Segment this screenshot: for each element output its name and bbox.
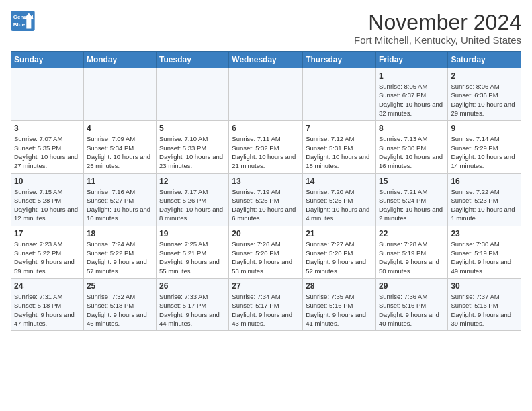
calendar-cell: 21Sunrise: 7:27 AMSunset: 5:20 PMDayligh… bbox=[303, 226, 376, 278]
calendar-cell: 3Sunrise: 7:07 AMSunset: 5:35 PMDaylight… bbox=[11, 121, 84, 173]
day-info: Sunrise: 7:11 AMSunset: 5:32 PMDaylight:… bbox=[232, 134, 300, 170]
logo: General Blue bbox=[11, 11, 35, 31]
calendar-cell: 23Sunrise: 7:30 AMSunset: 5:19 PMDayligh… bbox=[448, 226, 521, 278]
day-info: Sunrise: 7:16 AMSunset: 5:27 PMDaylight:… bbox=[87, 187, 153, 223]
day-number: 14 bbox=[306, 177, 373, 186]
day-info: Sunrise: 7:20 AMSunset: 5:25 PMDaylight:… bbox=[306, 187, 373, 223]
day-info: Sunrise: 7:17 AMSunset: 5:26 PMDaylight:… bbox=[159, 187, 226, 223]
day-number: 8 bbox=[379, 124, 445, 133]
calendar-cell bbox=[11, 68, 84, 121]
calendar-week-3: 17Sunrise: 7:23 AMSunset: 5:22 PMDayligh… bbox=[11, 226, 521, 278]
calendar-week-1: 3Sunrise: 7:07 AMSunset: 5:35 PMDaylight… bbox=[11, 121, 521, 173]
calendar-cell: 17Sunrise: 7:23 AMSunset: 5:22 PMDayligh… bbox=[11, 226, 84, 278]
day-number: 16 bbox=[451, 177, 518, 186]
calendar-week-4: 24Sunrise: 7:31 AMSunset: 5:18 PMDayligh… bbox=[11, 278, 521, 330]
day-number: 13 bbox=[232, 177, 300, 186]
day-number: 26 bbox=[159, 281, 226, 291]
day-number: 21 bbox=[306, 229, 373, 238]
calendar-cell: 8Sunrise: 7:13 AMSunset: 5:30 PMDaylight… bbox=[375, 121, 447, 173]
day-number: 22 bbox=[379, 229, 445, 238]
calendar-cell: 12Sunrise: 7:17 AMSunset: 5:26 PMDayligh… bbox=[157, 173, 229, 226]
day-number: 15 bbox=[379, 177, 445, 186]
col-monday: Monday bbox=[83, 52, 156, 68]
day-info: Sunrise: 7:27 AMSunset: 5:20 PMDaylight:… bbox=[306, 240, 373, 275]
page: General Blue November 2024 Fort Mitchell… bbox=[0, 0, 532, 336]
day-info: Sunrise: 7:31 AMSunset: 5:18 PMDaylight:… bbox=[14, 292, 81, 328]
day-number: 10 bbox=[14, 177, 81, 186]
day-number: 3 bbox=[14, 124, 81, 133]
calendar-week-2: 10Sunrise: 7:15 AMSunset: 5:28 PMDayligh… bbox=[11, 173, 521, 226]
day-number: 2 bbox=[451, 71, 518, 81]
calendar-header-row: Sunday Monday Tuesday Wednesday Thursday… bbox=[11, 52, 521, 68]
calendar: Sunday Monday Tuesday Wednesday Thursday… bbox=[11, 51, 521, 331]
calendar-cell: 22Sunrise: 7:28 AMSunset: 5:19 PMDayligh… bbox=[375, 226, 447, 278]
col-tuesday: Tuesday bbox=[157, 52, 229, 68]
calendar-cell bbox=[303, 68, 376, 121]
day-number: 12 bbox=[159, 177, 226, 186]
day-number: 17 bbox=[14, 229, 81, 238]
day-info: Sunrise: 7:32 AMSunset: 5:18 PMDaylight:… bbox=[87, 292, 153, 328]
day-info: Sunrise: 7:26 AMSunset: 5:20 PMDaylight:… bbox=[232, 240, 300, 275]
calendar-cell: 5Sunrise: 7:10 AMSunset: 5:33 PMDaylight… bbox=[157, 121, 229, 173]
calendar-cell: 1Sunrise: 8:05 AMSunset: 6:37 PMDaylight… bbox=[375, 68, 447, 121]
calendar-cell: 25Sunrise: 7:32 AMSunset: 5:18 PMDayligh… bbox=[83, 278, 156, 330]
day-info: Sunrise: 7:12 AMSunset: 5:31 PMDaylight:… bbox=[306, 134, 373, 170]
day-info: Sunrise: 8:06 AMSunset: 6:36 PMDaylight:… bbox=[451, 82, 518, 118]
location-title: Fort Mitchell, Kentucky, United States bbox=[354, 34, 521, 46]
day-info: Sunrise: 7:09 AMSunset: 5:34 PMDaylight:… bbox=[87, 134, 153, 170]
calendar-cell: 26Sunrise: 7:33 AMSunset: 5:17 PMDayligh… bbox=[157, 278, 229, 330]
day-number: 25 bbox=[87, 281, 153, 291]
day-number: 5 bbox=[159, 124, 226, 133]
calendar-cell: 28Sunrise: 7:35 AMSunset: 5:16 PMDayligh… bbox=[303, 278, 376, 330]
month-title: November 2024 bbox=[354, 11, 521, 34]
calendar-week-0: 1Sunrise: 8:05 AMSunset: 6:37 PMDaylight… bbox=[11, 68, 521, 121]
day-number: 4 bbox=[87, 124, 153, 133]
calendar-cell: 18Sunrise: 7:24 AMSunset: 5:22 PMDayligh… bbox=[83, 226, 156, 278]
day-info: Sunrise: 7:23 AMSunset: 5:22 PMDaylight:… bbox=[14, 240, 81, 275]
calendar-cell: 7Sunrise: 7:12 AMSunset: 5:31 PMDaylight… bbox=[303, 121, 376, 173]
calendar-cell: 6Sunrise: 7:11 AMSunset: 5:32 PMDaylight… bbox=[229, 121, 303, 173]
calendar-cell: 4Sunrise: 7:09 AMSunset: 5:34 PMDaylight… bbox=[83, 121, 156, 173]
calendar-cell: 2Sunrise: 8:06 AMSunset: 6:36 PMDaylight… bbox=[448, 68, 521, 121]
day-number: 18 bbox=[87, 229, 153, 238]
col-thursday: Thursday bbox=[303, 52, 376, 68]
col-wednesday: Wednesday bbox=[229, 52, 303, 68]
day-number: 23 bbox=[451, 229, 518, 238]
day-number: 7 bbox=[306, 124, 373, 133]
day-info: Sunrise: 7:10 AMSunset: 5:33 PMDaylight:… bbox=[159, 134, 226, 170]
col-friday: Friday bbox=[375, 52, 447, 68]
day-number: 29 bbox=[379, 281, 445, 291]
day-info: Sunrise: 7:25 AMSunset: 5:21 PMDaylight:… bbox=[159, 240, 226, 275]
day-info: Sunrise: 7:37 AMSunset: 5:16 PMDaylight:… bbox=[451, 292, 518, 328]
calendar-cell: 30Sunrise: 7:37 AMSunset: 5:16 PMDayligh… bbox=[448, 278, 521, 330]
day-number: 20 bbox=[232, 229, 300, 238]
calendar-cell: 20Sunrise: 7:26 AMSunset: 5:20 PMDayligh… bbox=[229, 226, 303, 278]
day-number: 19 bbox=[159, 229, 226, 238]
day-number: 24 bbox=[14, 281, 81, 291]
day-number: 28 bbox=[306, 281, 373, 291]
day-info: Sunrise: 7:36 AMSunset: 5:16 PMDaylight:… bbox=[379, 292, 445, 328]
calendar-cell: 16Sunrise: 7:22 AMSunset: 5:23 PMDayligh… bbox=[448, 173, 521, 226]
calendar-cell: 14Sunrise: 7:20 AMSunset: 5:25 PMDayligh… bbox=[303, 173, 376, 226]
day-number: 11 bbox=[87, 177, 153, 186]
day-info: Sunrise: 7:35 AMSunset: 5:16 PMDaylight:… bbox=[306, 292, 373, 328]
calendar-cell bbox=[83, 68, 156, 121]
title-block: November 2024 Fort Mitchell, Kentucky, U… bbox=[354, 11, 521, 46]
day-info: Sunrise: 7:07 AMSunset: 5:35 PMDaylight:… bbox=[14, 134, 81, 170]
calendar-cell: 10Sunrise: 7:15 AMSunset: 5:28 PMDayligh… bbox=[11, 173, 84, 226]
calendar-cell: 19Sunrise: 7:25 AMSunset: 5:21 PMDayligh… bbox=[157, 226, 229, 278]
day-number: 1 bbox=[379, 71, 445, 81]
day-number: 30 bbox=[451, 281, 518, 291]
day-info: Sunrise: 7:21 AMSunset: 5:24 PMDaylight:… bbox=[379, 187, 445, 223]
header: General Blue November 2024 Fort Mitchell… bbox=[11, 11, 521, 46]
calendar-cell: 9Sunrise: 7:14 AMSunset: 5:29 PMDaylight… bbox=[448, 121, 521, 173]
day-info: Sunrise: 7:13 AMSunset: 5:30 PMDaylight:… bbox=[379, 134, 445, 170]
calendar-cell: 27Sunrise: 7:34 AMSunset: 5:17 PMDayligh… bbox=[229, 278, 303, 330]
day-number: 9 bbox=[451, 124, 518, 133]
day-number: 27 bbox=[232, 281, 300, 291]
col-sunday: Sunday bbox=[11, 52, 84, 68]
calendar-cell bbox=[229, 68, 303, 121]
day-info: Sunrise: 7:33 AMSunset: 5:17 PMDaylight:… bbox=[159, 292, 226, 328]
calendar-cell: 24Sunrise: 7:31 AMSunset: 5:18 PMDayligh… bbox=[11, 278, 84, 330]
day-info: Sunrise: 7:24 AMSunset: 5:22 PMDaylight:… bbox=[87, 240, 153, 275]
